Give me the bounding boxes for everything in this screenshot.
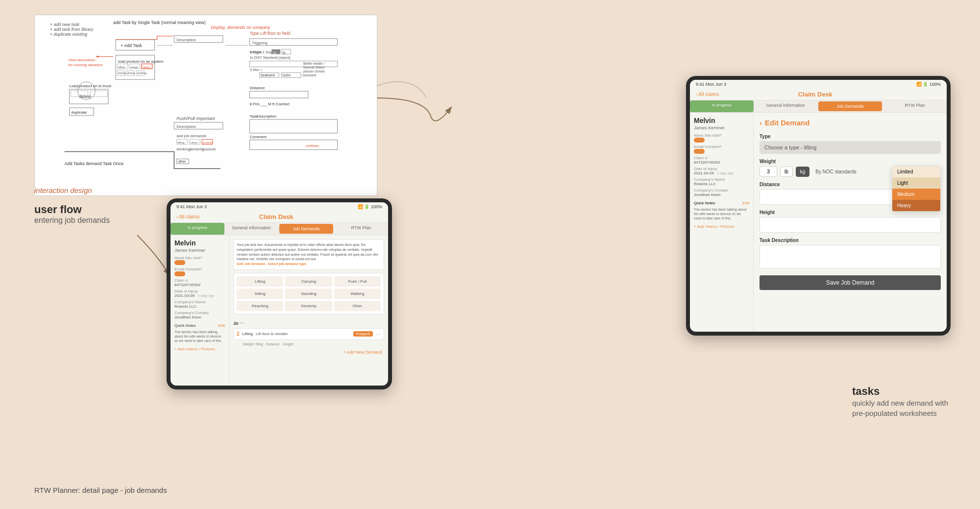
svg-text:add job demands: add job demands: [176, 134, 206, 138]
edit-demand-back-arrow[interactable]: ‹: [760, 119, 762, 127]
edit-demand-title: ‹ Edit Demand: [760, 119, 941, 127]
tab-in-progress-left[interactable]: In progress: [171, 223, 224, 235]
svg-text:+ add new task: + add new task: [50, 22, 80, 27]
svg-text:better: better: [282, 73, 291, 77]
svg-text:person closed: person closed: [303, 70, 324, 73]
add-new-demand-btn[interactable]: + Add New Demand: [233, 348, 384, 357]
task-desc-field[interactable]: [760, 245, 941, 268]
status-bar-left: 9:41 Mon Jun 3 📶 🔋 100%: [171, 202, 388, 211]
demand-btn-reaching[interactable]: Reaching: [237, 301, 283, 311]
tab-job-demands-right[interactable]: Job Demands: [818, 101, 882, 111]
dropdown-light[interactable]: Light: [892, 177, 940, 189]
by-noc-label: By NOC standards: [815, 169, 856, 174]
svg-text:Description: Description: [176, 38, 196, 42]
rt-email-consent: Email Consent?: [694, 145, 749, 154]
demand-btn-lifting[interactable]: Lifting: [237, 276, 283, 287]
quick-notes-edit-link[interactable]: Edit: [218, 323, 225, 328]
demand-btn-walking[interactable]: Walking: [334, 289, 381, 299]
need-site-visit-row: Need Site Visit?: [174, 256, 225, 265]
tab-rtw-right[interactable]: RTW Plan: [883, 100, 947, 112]
svg-text:replce: replce: [143, 66, 151, 69]
demand-btn-carrying[interactable]: Carrying: [285, 276, 332, 287]
site-visit-toggle[interactable]: [174, 260, 185, 265]
rtw-planner-label: RTW Planner: detail page - job demands: [34, 486, 167, 494]
svg-text:for running advance: for running advance: [69, 63, 103, 67]
more-dots[interactable]: ···: [240, 319, 245, 326]
svg-text:Triggering: Triggering: [252, 41, 267, 45]
type-dropdown[interactable]: Choose a type - lifting: [760, 141, 941, 154]
svg-text:lb: lb: [283, 51, 286, 54]
back-button-left[interactable]: ‹ All claims: [176, 214, 200, 219]
user-flow-label: user flow entering job demands: [34, 203, 110, 225]
tab-in-progress-right[interactable]: In progress: [690, 100, 754, 112]
svg-text:Better leader /: Better leader /: [303, 62, 325, 65]
tab-general-right[interactable]: General Information: [754, 100, 817, 112]
demand-btn-standing[interactable]: Standing: [285, 289, 332, 299]
patient-sub-right: James Kemmer: [694, 125, 749, 130]
svg-text:Push/Pull Important: Push/Pull Important: [176, 116, 215, 121]
back-button-right[interactable]: ‹ All claims: [696, 92, 719, 97]
svg-text:posture: posture: [203, 141, 213, 144]
svg-text:+ add task from library: + add task from library: [50, 27, 94, 32]
dropdown-medium[interactable]: Medium: [892, 189, 940, 200]
rt-email-consent-toggle[interactable]: [694, 149, 705, 154]
quick-notes-text: The worker has been talking about his wi…: [174, 330, 225, 343]
demand-btn-dexterity[interactable]: Dexterity: [285, 301, 332, 311]
svg-text:load product on av system: load product on av system: [118, 59, 164, 64]
more-dots-row1[interactable]: ···: [376, 331, 381, 338]
svg-text:add Task by Single Task (norma: add Task by Single Task (normal meaning …: [113, 20, 205, 25]
tablet-left: 9:41 Mon Jun 3 📶 🔋 100% ‹ All claims Cla…: [167, 198, 392, 389]
demand-btn-push-pull[interactable]: Push / Pull: [334, 276, 381, 287]
rt-edit-link[interactable]: Edit: [742, 201, 749, 205]
dropdown-limited[interactable]: Limited: [892, 166, 940, 177]
unit-lb-btn[interactable]: lb: [780, 167, 793, 177]
rt-need-site-visit: Need Site Visit?: [694, 133, 749, 143]
svg-text:office: office: [118, 66, 125, 69]
svg-text:Sediment: Sediment: [260, 73, 274, 77]
add-videos-link[interactable]: + Add Videos / Pictures: [174, 347, 225, 351]
demand-btn-sitting[interactable]: Sitting: [237, 289, 283, 299]
tablet-left-screen: 9:41 Mon Jun 3 📶 🔋 100% ‹ All claims Cla…: [171, 202, 388, 386]
rt-quick-notes-header: Quick Notes Edit: [694, 201, 749, 205]
demand-btn-other[interactable]: Other: [334, 301, 381, 311]
tab-general-left[interactable]: General Information: [224, 223, 278, 235]
tab-rtw-left[interactable]: RTW Plan: [334, 223, 388, 235]
demand-type-1: Lifting: [243, 332, 253, 336]
demand-num-1: 2: [237, 331, 240, 337]
svg-text:Distance: Distance: [250, 86, 265, 90]
tab-bar-left: In progress General Information Job Dema…: [171, 223, 388, 235]
job-demand-intro: Your job task two. Assumenda ut repellat…: [233, 239, 384, 270]
task-desc-label: Task Description: [760, 238, 941, 243]
weight-field-label: Weight: [760, 159, 941, 164]
tablet-body-left: Melvin James Kemmer Need Site Visit? Ema…: [171, 235, 388, 386]
svg-text:posting: posting: [137, 72, 147, 74]
rt-site-visit-toggle[interactable]: [694, 138, 705, 143]
email-consent-toggle[interactable]: [174, 271, 185, 276]
type-field-label: Type: [760, 134, 941, 139]
dropdown-heavy[interactable]: Heavy: [892, 200, 940, 211]
svg-text:Description: Description: [176, 124, 196, 129]
sketch-label: interaction design: [34, 186, 92, 194]
rt-sidebar: Melvin James Kemmer Need Site Visit? Ema…: [690, 113, 754, 332]
tasks-label: tasks quickly add new demand withpre-pop…: [852, 385, 948, 418]
svg-text:other: other: [178, 160, 186, 163]
tab-bar-right: In progress General Information Job Dema…: [690, 100, 947, 113]
rt-add-videos[interactable]: + Add Videos / Pictures: [694, 224, 749, 229]
svg-text:+ duplicate existing: + duplicate existing: [50, 32, 87, 37]
save-job-demand-btn[interactable]: Save Job Demand: [760, 275, 941, 290]
height-field[interactable]: [760, 217, 941, 233]
unit-kg-btn[interactable]: kg: [796, 167, 810, 177]
patient-sub-left: James Kemmer: [174, 248, 225, 253]
weight-input[interactable]: [760, 166, 777, 177]
svg-text:cango: cango: [130, 66, 139, 69]
tab-job-demands-left[interactable]: Job Demands: [279, 224, 333, 234]
add-demand-link[interactable]: Add Job Demand - Select job demand type: [237, 262, 306, 266]
svg-text:duplicate: duplicate: [71, 110, 87, 115]
svg-text:diving: diving: [127, 72, 135, 74]
svg-text:Description: Description: [257, 114, 276, 119]
svg-text:lifting: lifting: [177, 141, 184, 144]
rt-company-name: Company's Name Roberts LLC: [694, 177, 749, 186]
svg-text:saving: saving: [118, 72, 126, 74]
svg-text:Add Tasks demand Task Once: Add Tasks demand Task Once: [65, 161, 123, 166]
tablet-right: 9:41 Mon Jun 3 📶 🔋 100% ‹ All claims Cla…: [686, 76, 951, 336]
